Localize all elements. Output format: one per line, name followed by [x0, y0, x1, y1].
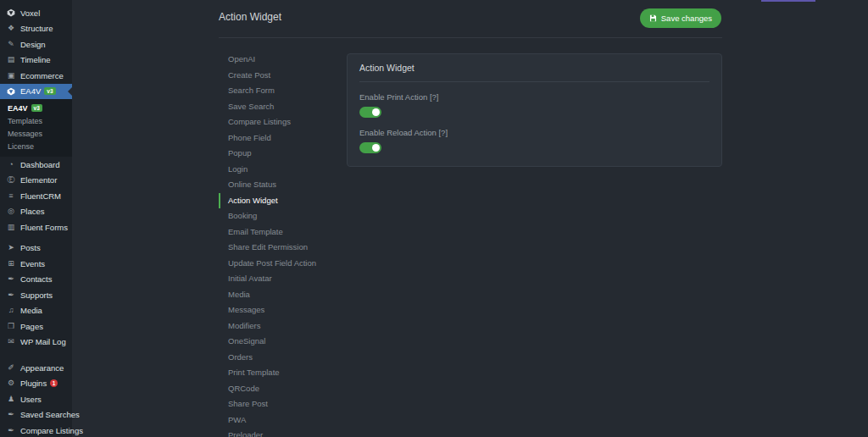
media-icon: ♫	[6, 307, 16, 314]
sidebar-item-label: WP Mail Log	[20, 337, 66, 346]
sidebar-item-saved-searches[interactable]: ✒ Saved Searches	[0, 407, 72, 423]
sidebar-item-structure[interactable]: ❖ Structure	[0, 21, 72, 37]
nav-item-create-post[interactable]: Create Post	[219, 68, 346, 84]
save-changes-button[interactable]: Save changes	[640, 8, 721, 28]
nav-item-share-post[interactable]: Share Post	[219, 396, 346, 412]
sidebar-item-label: Appearance	[20, 363, 64, 373]
submenu-item-messages[interactable]: Messages	[0, 127, 72, 140]
nav-item-pwa[interactable]: PWA	[219, 412, 346, 429]
sidebar-item-voxel[interactable]: Voxel	[0, 5, 72, 21]
saved-searches-pin-icon: ✒	[6, 411, 16, 418]
sidebar-item-posts[interactable]: ➤ Posts	[0, 240, 72, 256]
action-widget-settings-card: Action Widget Enable Print Action [?] En…	[347, 53, 722, 167]
version-badge: v3	[44, 87, 55, 95]
sidebar-item-label: Users	[20, 395, 42, 404]
fluent-forms-icon: ▥	[6, 224, 16, 231]
nav-item-preloader[interactable]: Preloader	[219, 428, 346, 437]
nav-item-initial-avatar[interactable]: Initial Avatar	[219, 271, 346, 287]
card-divider	[359, 81, 709, 82]
sidebar-item-supports[interactable]: ✒ Supports	[0, 287, 72, 303]
sidebar-item-label: Dashboard	[20, 160, 59, 169]
voxel-logo-icon	[6, 8, 16, 17]
sidebar-item-events[interactable]: ⊞ Events	[0, 256, 72, 272]
page-title: Action Widget	[219, 11, 281, 23]
sidebar-item-places[interactable]: ◎ Places	[0, 203, 72, 219]
nav-item-phone-field[interactable]: Phone Field	[219, 130, 346, 147]
submenu-header-ea4v[interactable]: EA4V v3	[0, 102, 72, 114]
sidebar-item-contacts[interactable]: ✒ Contacts	[0, 271, 72, 287]
mail-icon: ✉	[6, 338, 16, 346]
enable-reload-action-label: Enable Reload Action [?]	[359, 128, 709, 137]
sidebar-item-pages[interactable]: ❐ Pages	[0, 318, 72, 335]
sidebar-item-fluentcrm[interactable]: ≡ FluentCRM	[0, 188, 72, 204]
sidebar-item-label: Fluent Forms	[20, 223, 68, 232]
sidebar-item-label: Media	[20, 306, 42, 315]
nav-item-print-template[interactable]: Print Template	[219, 365, 346, 381]
enable-reload-action-toggle[interactable]	[359, 142, 381, 153]
nav-item-modifiers[interactable]: Modifiers	[219, 318, 346, 335]
sidebar-item-plugins[interactable]: ⚙ Plugins 1	[0, 375, 72, 391]
sidebar-item-elementor[interactable]: Ⓔ Elementor	[0, 172, 72, 188]
enable-print-action-label: Enable Print Action [?]	[359, 92, 709, 102]
nav-item-search-form[interactable]: Search Form	[219, 83, 346, 99]
sidebar-item-label: EA4V	[20, 86, 41, 96]
contacts-pin-icon: ✒	[6, 275, 16, 283]
header-divider	[219, 37, 722, 38]
compare-listings-pin-icon: ✒	[6, 427, 16, 434]
nav-item-orders[interactable]: Orders	[219, 350, 346, 366]
ea4v-logo-icon	[6, 87, 16, 96]
sidebar-item-ecommerce[interactable]: ▣ Ecommerce	[0, 68, 72, 84]
settings-nav: OpenAI Create Post Search Form Save Sear…	[219, 52, 346, 437]
save-button-label: Save changes	[661, 14, 712, 23]
save-icon	[649, 14, 657, 22]
sidebar-item-label: Events	[20, 259, 45, 268]
nav-item-save-search[interactable]: Save Search	[219, 99, 346, 115]
nav-item-share-edit-permission[interactable]: Share Edit Permission	[219, 240, 346, 256]
sidebar-item-design[interactable]: ✎ Design	[0, 36, 72, 53]
sidebar-item-timeline[interactable]: ▤ Timeline	[0, 53, 72, 69]
sidebar-item-label: Supports	[20, 290, 53, 300]
main-content: Action Widget Save changes OpenAI Create…	[72, 0, 868, 437]
version-badge: v3	[31, 104, 42, 112]
nav-item-popup[interactable]: Popup	[219, 146, 346, 162]
sidebar-item-fluent-forms[interactable]: ▥ Fluent Forms	[0, 219, 72, 235]
sidebar-item-compare-listings[interactable]: ✒ Compare Listings	[0, 423, 72, 437]
top-progress-strip	[761, 0, 815, 2]
sidebar-item-media[interactable]: ♫ Media	[0, 302, 72, 318]
nav-item-onesignal[interactable]: OneSignal	[219, 334, 346, 350]
nav-item-qrcode[interactable]: QRCode	[219, 381, 346, 397]
events-calendar-icon: ⊞	[6, 260, 16, 268]
sidebar-item-users[interactable]: ♟ Users	[0, 391, 72, 407]
sidebar-item-appearance[interactable]: ✐ Appearance	[0, 360, 72, 376]
sidebar-item-label: Structure	[20, 24, 53, 33]
design-brush-icon: ✎	[6, 41, 16, 48]
nav-item-booking[interactable]: Booking	[219, 208, 346, 224]
sidebar-item-label: Pages	[20, 322, 43, 331]
nav-item-login[interactable]: Login	[219, 162, 346, 178]
fluentcrm-icon: ≡	[6, 192, 16, 200]
timeline-icon: ▤	[6, 56, 16, 64]
submenu-item-license[interactable]: License	[0, 141, 72, 153]
ea4v-submenu: EA4V v3 Templates Messages License	[0, 99, 72, 157]
ecommerce-icon: ▣	[6, 72, 16, 80]
enable-print-action-toggle[interactable]	[359, 107, 381, 118]
sidebar-item-wp-mail-log[interactable]: ✉ WP Mail Log	[0, 334, 72, 350]
sidebar-item-label: Design	[20, 40, 46, 49]
sidebar-item-label: Saved Searches	[20, 410, 80, 419]
users-icon: ♟	[6, 396, 16, 403]
sidebar-item-ea4v[interactable]: EA4V v3	[0, 84, 72, 100]
sidebar-item-label: Compare Listings	[20, 426, 83, 435]
sidebar-item-dashboard[interactable]: ◔ Dashboard	[0, 157, 72, 173]
nav-item-media[interactable]: Media	[219, 287, 346, 303]
nav-item-email-template[interactable]: Email Template	[219, 224, 346, 241]
sidebar-item-label: Posts	[20, 243, 41, 252]
nav-item-openai[interactable]: OpenAI	[219, 52, 346, 68]
nav-item-action-widget[interactable]: Action Widget	[219, 193, 346, 209]
nav-item-compare-listings[interactable]: Compare Listings	[219, 114, 346, 130]
nav-item-messages[interactable]: Messages	[219, 302, 346, 318]
sidebar-item-label: Timeline	[20, 55, 51, 64]
submenu-item-templates[interactable]: Templates	[0, 114, 72, 127]
sidebar-item-label: Plugins	[20, 379, 47, 388]
nav-item-online-status[interactable]: Online Status	[219, 177, 346, 193]
nav-item-update-post-field-action[interactable]: Update Post Field Action	[219, 256, 346, 272]
